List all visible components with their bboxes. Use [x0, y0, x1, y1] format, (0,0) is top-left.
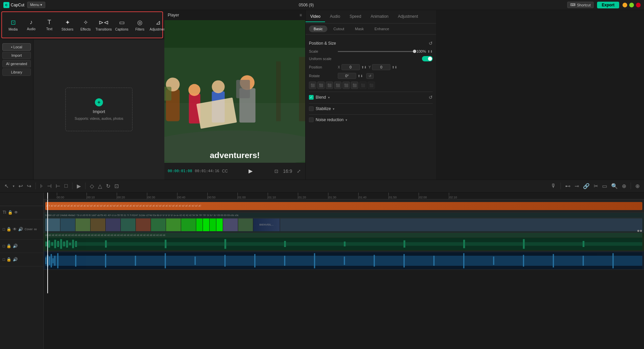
align-extra2-button[interactable]: ⬛ — [368, 82, 375, 89]
subtitle-button[interactable]: ▭ — [601, 182, 608, 190]
aspect-ratio-icon[interactable]: 16:9 — [283, 168, 292, 174]
title-lock-icon[interactable]: 🔒 — [8, 210, 13, 215]
video-lock-icon[interactable]: 🔒 — [6, 227, 11, 232]
link-button[interactable]: 🔗 — [582, 182, 591, 190]
title-clips[interactable]: A T A¹ A¹ A¹ A¹ A¹ A¹ A¹ A¹ A¹ A¹ A¹ A¹ … — [45, 202, 642, 210]
audio2-volume-icon[interactable]: 🔊 — [13, 257, 18, 262]
effects-icon: ✧ — [83, 19, 88, 26]
video-audio-icon[interactable]: 🔊 — [18, 227, 23, 232]
tool-effects[interactable]: ✧ Effects — [77, 17, 94, 33]
undo-button[interactable]: ↩ — [17, 182, 24, 190]
uniform-scale-toggle[interactable] — [422, 56, 433, 61]
crop-button[interactable]: ⊡ — [113, 182, 120, 190]
position-size-reset-icon[interactable]: ↺ — [429, 41, 433, 46]
minimize-button[interactable] — [623, 3, 627, 7]
audio1-volume-icon[interactable]: 🔊 — [13, 244, 18, 248]
maximize-button[interactable] — [629, 3, 634, 7]
audio1-waveform[interactable] — [45, 238, 642, 250]
sidebar-local[interactable]: • Local — [2, 43, 31, 51]
rotate-stepper[interactable]: ⬆⬇ — [358, 74, 363, 78]
tool-filters[interactable]: ◎ Filters — [131, 17, 148, 33]
split-at-playhead-button[interactable]: ⊦ — [39, 182, 44, 190]
unlink-button[interactable]: ✂ — [593, 182, 599, 190]
cover-label: Cover — [24, 228, 33, 231]
select-dropdown-button[interactable]: ▾ — [12, 183, 15, 189]
x-stepper[interactable]: ⬆⬇ — [361, 65, 367, 69]
tab-adjustment[interactable]: Adjustment — [393, 11, 423, 22]
audio1-lock-icon[interactable]: 🔒 — [6, 244, 11, 248]
playhead[interactable] — [47, 193, 48, 199]
import-box[interactable]: + Import Supports: videos, audios, photo… — [65, 88, 132, 131]
blend-expand-icon[interactable]: ▾ — [328, 96, 330, 99]
tool-transitions[interactable]: ⊳⊲ Transitions — [95, 17, 112, 33]
position-x-input[interactable] — [341, 64, 360, 70]
video-eye-icon[interactable]: 👁 — [13, 227, 17, 232]
scale-stepper[interactable]: ⬆⬇ — [427, 50, 433, 53]
tab-audio[interactable]: Audio — [325, 11, 345, 22]
tab-speed[interactable]: Speed — [345, 11, 366, 22]
separate-audio-button[interactable]: ⊸ — [574, 182, 580, 190]
play-timeline-button[interactable]: ▶ — [76, 182, 82, 190]
stabilize-checkbox[interactable] — [309, 106, 314, 111]
position-y-input[interactable] — [372, 64, 390, 70]
scale-slider[interactable] — [338, 51, 415, 52]
player-menu-icon[interactable]: ≡ — [300, 13, 302, 17]
subtab-mask[interactable]: Mask — [350, 26, 368, 32]
transform-button[interactable]: △ — [97, 182, 103, 190]
tool-stickers[interactable]: ✦ Stickers — [59, 17, 76, 33]
zoom-in-button[interactable]: ⊕ — [621, 182, 627, 190]
align-center-v-button[interactable]: ⬛ — [342, 82, 350, 89]
align-top-button[interactable]: ⬛ — [334, 82, 341, 89]
shortcut-button[interactable]: ⌨ Shortcut — [567, 2, 594, 8]
video-thumbnails[interactable]: BIENVEIL... — [45, 218, 642, 231]
audio2-waveform[interactable] — [45, 252, 642, 269]
align-center-h-button[interactable]: ⬛ — [317, 82, 325, 89]
subtab-cutout[interactable]: Cutout — [329, 26, 349, 32]
sidebar-import[interactable]: Import — [2, 52, 31, 59]
tool-media[interactable]: ⊡ Media — [5, 17, 21, 33]
split-start-button[interactable]: ⊣ — [46, 182, 53, 190]
align-bottom-button[interactable]: ⬛ — [351, 82, 358, 89]
rotate-timeline-button[interactable]: ↻ — [105, 182, 111, 190]
tool-audio[interactable]: ♪ Audio — [23, 17, 40, 32]
play-button[interactable]: ▶ — [247, 167, 255, 175]
captions-toggle-icon[interactable]: CC — [222, 169, 228, 173]
select-tool-button[interactable]: ↖ — [3, 182, 10, 190]
tab-animation[interactable]: Animation — [366, 11, 393, 22]
close-button[interactable] — [636, 3, 641, 7]
stabilize-expand-icon[interactable]: ▾ — [333, 107, 334, 111]
menu-button[interactable]: Menu ▾ — [27, 2, 46, 8]
link-audio-button[interactable]: ⊷ — [564, 182, 572, 190]
zoom-out-button[interactable]: 🔍 — [610, 182, 619, 190]
player-video: adventurers! — [164, 20, 305, 163]
mic-button[interactable]: 🎙 — [550, 182, 557, 190]
fullscreen-fit-icon[interactable]: ⊡ — [274, 168, 278, 174]
align-right-button[interactable]: ⬛ — [326, 82, 333, 89]
sidebar-library[interactable]: Library — [2, 68, 31, 76]
delete-button[interactable]: □ — [63, 182, 69, 190]
rotate-input[interactable] — [338, 73, 356, 79]
fullscreen-icon[interactable]: ⤢ — [297, 168, 301, 174]
redo-button[interactable]: ↪ — [26, 182, 32, 190]
y-stepper[interactable]: ⬆⬇ — [392, 65, 397, 69]
title-eye-icon[interactable]: 👁 — [14, 210, 18, 215]
align-left-button[interactable]: ⬛ — [309, 82, 316, 89]
subtab-enhance[interactable]: Enhance — [370, 26, 394, 32]
sidebar-ai-generated[interactable]: AI generated — [2, 60, 31, 67]
keyframe-button[interactable]: ◇ — [89, 182, 95, 190]
subtab-basic[interactable]: Basic — [309, 26, 327, 32]
audio2-lock-icon[interactable]: 🔒 — [6, 257, 11, 262]
tool-captions[interactable]: ▭ Captions — [113, 17, 130, 33]
rotate-reset-button[interactable]: ↺ — [366, 73, 374, 79]
tool-text[interactable]: T Text — [41, 17, 58, 32]
align-extra1-button[interactable]: ⬛ — [359, 82, 367, 89]
noise-reduction-expand-icon[interactable]: ▾ — [345, 118, 347, 122]
noise-reduction-checkbox[interactable] — [309, 117, 314, 122]
export-button[interactable]: Export — [597, 2, 619, 8]
tab-video[interactable]: Video — [306, 11, 325, 22]
settings-button[interactable]: ⊕ — [634, 182, 641, 190]
blend-reset-icon[interactable]: ↺ — [429, 95, 433, 100]
blend-checkbox[interactable]: ✓ — [309, 95, 314, 100]
split-end-button[interactable]: ⊢ — [55, 182, 61, 190]
tool-adjustment[interactable]: ⊿ Adjustment — [150, 17, 166, 33]
